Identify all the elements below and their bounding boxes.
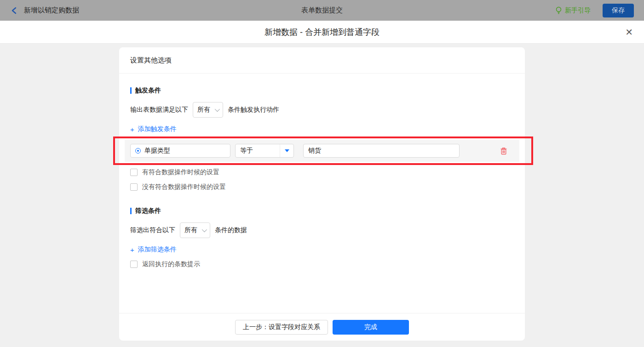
- has-matching-data-label: 有符合数据操作时候的设置: [142, 168, 219, 176]
- lightbulb-icon: [555, 6, 562, 14]
- chevron-left-icon: [10, 6, 18, 15]
- trigger-sentence-prefix: 输出表数据满足以下: [130, 106, 188, 114]
- return-count-label: 返回执行的条数提示: [142, 260, 200, 268]
- filter-sentence-suffix: 条件的数据: [215, 226, 247, 234]
- topbar: 新增以销定购数据 表单数据提交 新手引导 保存: [0, 0, 644, 21]
- trigger-match-select-value: 所有: [197, 106, 210, 114]
- no-matching-data-label: 没有符合数据操作时候的设置: [142, 183, 226, 191]
- filter-match-select[interactable]: 所有: [180, 222, 210, 238]
- trigger-match-select[interactable]: 所有: [193, 102, 223, 118]
- condition-operator-select[interactable]: 等于: [235, 144, 294, 158]
- condition-field-value: 单据类型: [144, 147, 170, 155]
- condition-field-select[interactable]: 单据类型: [130, 144, 230, 158]
- caret-down-icon: [285, 149, 289, 152]
- condition-operator-value: 等于: [236, 147, 280, 155]
- has-matching-data-option: 有符合数据操作时候的设置: [130, 168, 514, 176]
- caret-zone: [280, 144, 293, 157]
- dialog-title: 新增数据 - 合并新增到普通字段: [264, 27, 380, 38]
- no-matching-data-checkbox[interactable]: [130, 183, 138, 191]
- done-button[interactable]: 完成: [333, 320, 409, 335]
- trigger-sentence-suffix: 条件触发执行动作: [228, 106, 279, 114]
- filter-section-title: 筛选条件: [130, 207, 514, 215]
- add-trigger-condition-link[interactable]: + 添加触发条件: [130, 125, 177, 133]
- trigger-section-label: 触发条件: [135, 86, 161, 95]
- return-count-option: 返回执行的条数提示: [130, 260, 514, 268]
- chevron-down-icon: [215, 107, 220, 112]
- chevron-down-icon: [202, 227, 207, 232]
- filter-condition-sentence: 筛选出符合以下 所有 条件的数据: [130, 222, 514, 238]
- condition-value-input[interactable]: 销货: [303, 144, 460, 158]
- save-button[interactable]: 保存: [603, 4, 634, 17]
- radio-field-type-icon: [135, 148, 141, 154]
- card-content: 触发条件 输出表数据满足以下 所有 条件触发执行动作 + 添加触发条件 单据: [119, 74, 525, 313]
- previous-step-button[interactable]: 上一步：设置字段对应关系: [235, 320, 328, 335]
- close-icon[interactable]: ✕: [625, 28, 633, 37]
- trigger-section-title: 触发条件: [130, 86, 514, 95]
- trigger-condition-sentence: 输出表数据满足以下 所有 条件触发执行动作: [130, 102, 514, 118]
- add-filter-condition-link[interactable]: + 添加筛选条件: [130, 245, 177, 254]
- delete-condition-icon[interactable]: [500, 147, 507, 155]
- filter-match-select-value: 所有: [184, 226, 197, 234]
- page-title: 表单数据提交: [0, 6, 644, 15]
- filter-sentence-prefix: 筛选出符合以下: [130, 226, 175, 234]
- back-button[interactable]: 新增以销定购数据: [10, 6, 79, 15]
- dialog-header: 新增数据 - 合并新增到普通字段 ✕: [0, 21, 644, 44]
- plus-icon: +: [130, 126, 134, 133]
- beginner-guide-label: 新手引导: [565, 6, 591, 15]
- plus-icon: +: [130, 246, 134, 253]
- options-card: 设置其他选项 触发条件 输出表数据满足以下 所有 条件触发执行动作 + 添加触发…: [119, 47, 525, 341]
- no-matching-data-option: 没有符合数据操作时候的设置: [130, 183, 514, 191]
- return-count-checkbox[interactable]: [130, 261, 138, 268]
- add-trigger-condition-label: 添加触发条件: [138, 125, 177, 133]
- filter-section-label: 筛选条件: [135, 207, 161, 215]
- condition-value-text: 销货: [308, 147, 321, 155]
- section-accent-bar: [130, 87, 132, 94]
- has-matching-data-checkbox[interactable]: [130, 169, 138, 176]
- card-header: 设置其他选项: [119, 47, 525, 74]
- back-label: 新增以销定购数据: [24, 6, 79, 15]
- section-accent-bar: [130, 208, 132, 214]
- dialog-body: 设置其他选项 触发条件 输出表数据满足以下 所有 条件触发执行动作 + 添加触发…: [0, 47, 644, 347]
- beginner-guide-link[interactable]: 新手引导: [555, 6, 591, 15]
- add-filter-condition-label: 添加筛选条件: [138, 245, 177, 254]
- card-footer: 上一步：设置字段对应关系 完成: [119, 313, 525, 341]
- trigger-condition-row: 单据类型 等于 销货: [125, 140, 519, 162]
